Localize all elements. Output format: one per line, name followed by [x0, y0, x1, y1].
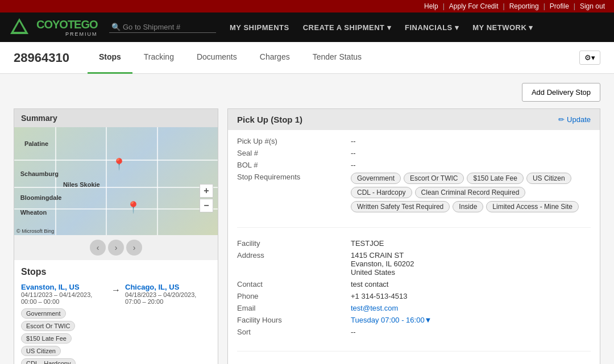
- address-row: Address 1415 CRAIN ST Evanston, IL 60202…: [237, 251, 591, 277]
- stop-req-tags: Government Escort Or TWIC $150 Late Fee …: [351, 173, 591, 212]
- facility-label: Facility: [237, 239, 351, 248]
- bol-label: BOL #: [237, 161, 351, 169]
- stop-req-row: Stop Requirements Government Escort Or T…: [237, 173, 591, 212]
- bol-value: --: [351, 161, 356, 169]
- apply-credit-link[interactable]: Apply For Credit: [449, 2, 499, 10]
- phone-row: Phone +1 314-513-4513: [237, 292, 591, 300]
- email-value[interactable]: test@test.com: [351, 304, 398, 312]
- req-tag-criminal: Clean Criminal Record Required: [415, 187, 526, 198]
- nav-financials[interactable]: FINANCIALS ▾: [405, 23, 459, 32]
- pickup-row: Pick Up #(s) --: [237, 137, 591, 145]
- nav-my-network[interactable]: MY NETWORK ▾: [472, 23, 533, 32]
- seal-value: --: [351, 149, 356, 157]
- carousel-prev[interactable]: ‹: [90, 240, 106, 256]
- facility-hours-value[interactable]: Tuesday 07:00 - 16:00▼: [351, 316, 432, 324]
- seal-label: Seal #: [237, 149, 351, 157]
- bol-row: BOL # --: [237, 161, 591, 169]
- add-delivery-stop-button[interactable]: Add Delivery Stop: [522, 83, 600, 102]
- tab-tracking[interactable]: Tracking: [132, 42, 185, 74]
- edit-icon: ✏: [558, 115, 565, 124]
- contact-value: test contact: [351, 280, 388, 288]
- tab-stops[interactable]: Stops: [88, 42, 132, 74]
- coyote-logo: [9, 17, 30, 37]
- profile-link[interactable]: Profile: [550, 2, 569, 10]
- search-box[interactable]: 🔍: [109, 22, 216, 33]
- map-controls: + −: [200, 184, 213, 212]
- facility-hours-row: Facility Hours Tuesday 07:00 - 16:00▼: [237, 316, 591, 324]
- tag-government: Government: [21, 308, 66, 319]
- address-label: Address: [237, 251, 351, 260]
- req-tag-late-fee: $150 Late Fee: [467, 173, 523, 184]
- stop-2-city[interactable]: Chicago, IL, US: [125, 283, 211, 291]
- map-zoom-out[interactable]: −: [200, 199, 213, 212]
- carousel-last[interactable]: ›: [126, 240, 142, 256]
- tabs: Stops Tracking Documents Charges Tender …: [88, 42, 373, 73]
- nav-create-shipment[interactable]: CREATE A SHIPMENT ▾: [303, 23, 391, 32]
- main-layout: Summary Palatine Schaumburg Niles Skokie…: [14, 108, 600, 364]
- logo-name: COYOTEGO: [36, 18, 98, 31]
- requirements-section: Pick Up #(s) -- Seal # -- BOL # -- Stop …: [237, 137, 591, 228]
- update-link[interactable]: ✏ Update: [558, 115, 591, 124]
- coyote-icon: [9, 17, 30, 37]
- stop-arrow: →: [111, 283, 121, 295]
- stop-2-time: 07:00 – 20:00: [125, 298, 211, 305]
- help-link[interactable]: Help: [424, 2, 438, 10]
- nav-bar: COYOTEGO PREMIUM 🔍 MY SHIPMENTS CREATE A…: [0, 12, 614, 42]
- req-tag-safety: Written Safety Test Required: [351, 201, 450, 212]
- sort-label: Sort: [237, 328, 351, 336]
- email-label: Email: [237, 304, 351, 312]
- map-placeholder: Palatine Schaumburg Niles Skokie Bloomin…: [14, 127, 218, 235]
- reporting-link[interactable]: Reporting: [509, 2, 539, 10]
- tab-tender-status[interactable]: Tender Status: [301, 42, 373, 74]
- detail-header-title: Pick Up (Stop 1): [237, 115, 302, 124]
- top-bar: Help | Apply For Credit | Reporting | Pr…: [0, 0, 614, 12]
- facility-value: TESTJOE: [351, 239, 384, 248]
- nav-links: MY SHIPMENTS CREATE A SHIPMENT ▾ FINANCI…: [230, 23, 605, 32]
- settings-button[interactable]: ⚙▾: [579, 51, 600, 65]
- phone-label: Phone: [237, 292, 351, 300]
- facility-section: Facility TESTJOE Address 1415 CRAIN ST E…: [237, 239, 591, 352]
- content-area: Add Delivery Stop Summary Palatine Schau…: [0, 74, 614, 364]
- facility-row: Facility TESTJOE: [237, 239, 591, 248]
- detail-body: Pick Up #(s) -- Seal # -- BOL # -- Stop …: [228, 130, 600, 364]
- sort-row: Sort --: [237, 328, 591, 336]
- tag-escort: Escort Or TWIC: [21, 321, 75, 331]
- tag-us-citizen: US Citizen: [21, 346, 61, 356]
- tab-charges[interactable]: Charges: [248, 42, 301, 74]
- page-header: 28964310 Stops Tracking Documents Charge…: [0, 42, 614, 74]
- tag-cdl: CDL - Hardcopy: [21, 358, 76, 364]
- chevron-down-icon: ▾: [529, 23, 533, 32]
- nav-my-shipments[interactable]: MY SHIPMENTS: [230, 23, 289, 32]
- req-tag-escort: Escort Or TWIC: [404, 173, 464, 184]
- summary-header: Summary: [14, 109, 218, 127]
- pickup-value: --: [351, 137, 356, 145]
- req-tag-cdl: CDL - Hardcopy: [351, 187, 412, 198]
- map-zoom-in[interactable]: +: [200, 184, 213, 198]
- map-attribution: © Microsoft Bing: [16, 228, 54, 234]
- carousel-next[interactable]: ›: [108, 240, 124, 256]
- map-pin-1: 📍: [112, 157, 126, 171]
- seal-row: Seal # --: [237, 149, 591, 157]
- stops-title: Stops: [21, 267, 211, 277]
- detail-panel: Pick Up (Stop 1) ✏ Update Pick Up #(s) -…: [227, 108, 600, 364]
- tab-documents[interactable]: Documents: [185, 42, 248, 74]
- logo-sub: PREMIUM: [36, 31, 98, 37]
- stop-1-tags: Government Escort Or TWIC $150 Late Fee …: [21, 308, 107, 364]
- email-row: Email test@test.com: [237, 304, 591, 312]
- req-tag-us-citizen: US Citizen: [526, 173, 571, 184]
- stop-req-label: Stop Requirements: [237, 173, 351, 181]
- stop-2-dates: 04/18/2023 – 04/20/2023,: [125, 291, 211, 298]
- map-pin-2: 📍: [126, 200, 140, 214]
- map-area: Palatine Schaumburg Niles Skokie Bloomin…: [14, 127, 218, 235]
- tag-late-fee: $150 Late Fee: [21, 333, 72, 344]
- chevron-down-icon: ▾: [455, 23, 459, 32]
- stop-1-city[interactable]: Evanston, IL, US: [21, 283, 107, 291]
- phone-value: +1 314-513-4513: [351, 292, 407, 300]
- signout-link[interactable]: Sign out: [580, 2, 605, 10]
- req-tag-government: Government: [351, 173, 401, 184]
- pickup-label: Pick Up #(s): [237, 137, 351, 145]
- shipment-search-input[interactable]: [123, 23, 214, 31]
- summary-panel: Summary Palatine Schaumburg Niles Skokie…: [14, 108, 218, 364]
- stop-2-location: Chicago, IL, US 04/18/2023 – 04/20/2023,…: [125, 283, 211, 305]
- carousel-bar: ‹ › ›: [14, 235, 218, 260]
